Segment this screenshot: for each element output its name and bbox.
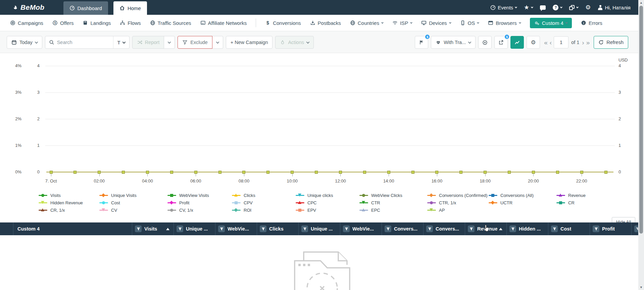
settings-button[interactable]: ⚙ (585, 4, 591, 10)
with-traffic-filter-button[interactable]: With Tra... (431, 36, 476, 49)
filter-funnel-icon[interactable] (426, 225, 433, 232)
scroll-up-arrow[interactable]: ▲ (638, 0, 644, 5)
first-page-button[interactable]: « (544, 39, 548, 46)
legend-item-cpc[interactable]: CPC (296, 199, 333, 206)
filter-funnel-icon[interactable] (218, 225, 225, 232)
exclude-button[interactable]: Exclude (178, 36, 212, 49)
chart-data-point[interactable] (122, 171, 125, 174)
nav-item-browsers[interactable]: Browsers (488, 20, 521, 26)
nav-item-isp[interactable]: ISP (392, 20, 412, 26)
filter-funnel-icon[interactable] (135, 225, 142, 232)
legend-item-revenue[interactable]: Revenue (556, 192, 586, 199)
legend-item-hidden-revenue[interactable]: Hidden Revenue (39, 199, 83, 206)
scroll-down-arrow[interactable]: ▼ (638, 285, 644, 290)
chart-data-point[interactable] (339, 171, 342, 174)
legend-item-unique-clicks[interactable]: Unique clicks (296, 192, 333, 199)
table-settings-button[interactable]: ⚙ (527, 36, 540, 49)
chart-data-point[interactable] (508, 171, 511, 174)
table-header-revenue[interactable]: Revenue (465, 222, 507, 235)
scrollbar-thumb[interactable] (639, 6, 643, 234)
legend-item-cpv[interactable]: CPV (232, 199, 255, 206)
legend-item-cost[interactable]: Cost (99, 199, 137, 206)
filter-funnel-icon[interactable] (385, 225, 391, 232)
chart-data-point[interactable] (435, 171, 438, 174)
nav-item-conversions[interactable]: $Conversions (265, 20, 301, 26)
chart-data-point[interactable] (291, 171, 294, 174)
chart-data-point[interactable] (604, 171, 607, 174)
report-dropdown-button[interactable] (164, 36, 175, 49)
favorites-menu[interactable]: ★ (524, 4, 533, 10)
chart-data-point[interactable] (50, 171, 53, 174)
chart-data-point[interactable] (218, 171, 221, 174)
legend-item-ctr[interactable]: CTR (359, 199, 402, 206)
vertical-scrollbar[interactable]: ▲ ▼ (638, 0, 644, 290)
refresh-button[interactable]: Refresh (594, 36, 628, 49)
legend-item-cv-1-x[interactable]: CV, 1/x (167, 206, 209, 214)
last-page-button[interactable]: » (586, 39, 590, 46)
search-type-selector[interactable]: T (113, 36, 129, 48)
report-button[interactable]: Report (132, 36, 164, 49)
chart-data-point[interactable] (387, 171, 390, 174)
legend-item-ap[interactable]: AP (427, 206, 488, 214)
share-button[interactable]: $ (494, 36, 508, 49)
filter-funnel-icon[interactable] (468, 225, 475, 232)
chart-data-point[interactable] (242, 171, 245, 174)
table-header-webvie[interactable]: WebVie... (215, 222, 257, 235)
nav-item-flows[interactable]: Flows (120, 20, 141, 26)
nav-item-custom-4[interactable]: ⚙⚙Custom 4 (530, 18, 572, 28)
filter-funnel-icon[interactable] (634, 225, 638, 232)
legend-item-ctr-1-x[interactable]: CTR, 1/x (427, 199, 488, 206)
chart-data-point[interactable] (556, 171, 559, 174)
legend-item-conversions-confirmed[interactable]: Conversions (Confirmed) (427, 192, 488, 199)
tab-dashboard[interactable]: Dashboard (63, 1, 108, 15)
table-header-visits[interactable]: Visits (132, 222, 174, 235)
legend-item-uctr[interactable]: UCTR (489, 199, 534, 206)
table-header-group-name[interactable]: Custom 4 (13, 222, 132, 235)
chart-data-point[interactable] (315, 171, 318, 174)
bemob-logo[interactable]: BeMob (13, 3, 45, 11)
table-header-convers[interactable]: Convers... (382, 222, 424, 235)
nav-item-devices[interactable]: Devices (421, 20, 451, 26)
chart-data-point[interactable] (411, 171, 414, 174)
chart-data-point[interactable] (363, 171, 366, 174)
filter-funnel-icon[interactable] (301, 225, 308, 232)
table-header-webvie[interactable]: WebVie... (340, 222, 382, 235)
nav-item-campaigns[interactable]: Campaigns (10, 20, 43, 26)
chart-data-point[interactable] (532, 171, 535, 174)
legend-item-profit[interactable]: Profit (167, 199, 209, 206)
chart-data-point[interactable] (266, 171, 269, 174)
events-menu[interactable]: Events (490, 5, 517, 10)
exclude-dropdown-button[interactable] (212, 36, 223, 49)
filter-funnel-icon[interactable] (260, 225, 266, 232)
filter-funnel-icon[interactable] (593, 225, 599, 232)
nav-item-countries[interactable]: Countries (350, 20, 383, 26)
nav-item-os[interactable]: OS (460, 20, 479, 26)
filter-funnel-icon[interactable] (343, 225, 350, 232)
search-input[interactable] (54, 40, 113, 45)
legend-item-unique-visits[interactable]: Unique Visits (99, 192, 137, 199)
page-number-input[interactable] (554, 36, 568, 48)
nav-item-offers[interactable]: $Offers (52, 20, 74, 26)
chart-toggle-button[interactable] (510, 36, 524, 49)
table-header-hidden[interactable]: Hidden ... (507, 222, 548, 235)
chart-data-point[interactable] (98, 171, 101, 174)
chart-data-point[interactable] (170, 171, 173, 174)
user-menu[interactable]: Hi, Наталія (598, 5, 631, 10)
nav-item-landings[interactable]: Landings (83, 20, 111, 26)
legend-item-cv[interactable]: CV (99, 206, 137, 214)
legend-item-epv[interactable]: EPV (296, 206, 333, 214)
filter-funnel-icon[interactable] (551, 225, 558, 232)
windows-menu[interactable] (569, 5, 578, 10)
chat-button[interactable] (540, 5, 546, 10)
table-header-cost[interactable]: Cost (548, 222, 590, 235)
legend-item-epc[interactable]: EPC (359, 206, 402, 214)
visibility-button[interactable] (478, 36, 492, 49)
legend-item-cr-1-x[interactable]: CR, 1/x (39, 206, 83, 214)
nav-item-affiliate-networks[interactable]: Affiliate Networks (200, 20, 247, 26)
actions-button[interactable]: Actions (275, 36, 314, 49)
legend-item-clicks[interactable]: Clicks (232, 192, 255, 199)
table-header-profit[interactable]: Profit (590, 222, 632, 235)
chart-data-point[interactable] (146, 171, 149, 174)
flag-filter-button[interactable]: $ (415, 36, 428, 49)
table-header-unique[interactable]: Unique ... (174, 222, 215, 235)
